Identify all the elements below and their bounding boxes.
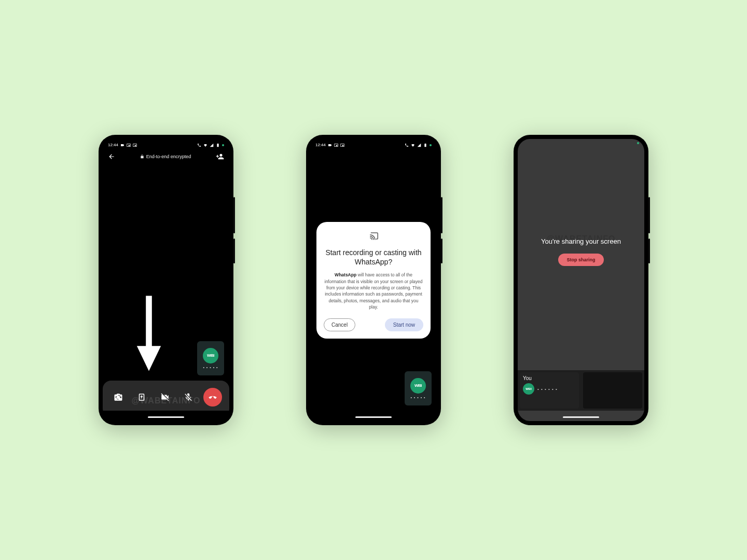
dialog-title: Start recording or casting with WhatsApp… bbox=[324, 248, 423, 267]
avatar-badge: WBI bbox=[523, 383, 534, 395]
signal-icon bbox=[210, 143, 214, 147]
dialog-body-text: will have access to all of the informati… bbox=[325, 272, 423, 310]
picture-in-picture-icon bbox=[340, 143, 344, 147]
start-now-button[interactable]: Start now bbox=[385, 318, 423, 331]
status-dot-icon bbox=[430, 144, 432, 146]
end-call-button[interactable] bbox=[203, 388, 222, 407]
privacy-indicator-dot bbox=[637, 142, 639, 144]
phone-screen: 12:44 WBI • • • • • Start recording or c… bbox=[310, 139, 437, 421]
picture-in-picture-icon bbox=[133, 143, 137, 147]
phone-side-button bbox=[233, 239, 235, 263]
encryption-label: End-to-end encrypted bbox=[146, 154, 191, 159]
picture-in-picture-icon bbox=[127, 143, 131, 147]
avatar-badge: WBI bbox=[410, 378, 426, 394]
phone-side-button bbox=[441, 239, 442, 263]
screen-share-status: You're sharing your screen Stop sharing bbox=[518, 237, 644, 266]
participant-strip: You WBI • • • • • • bbox=[518, 370, 644, 411]
watermark-text: @WABETAINFO bbox=[132, 396, 201, 405]
gesture-bar bbox=[355, 416, 392, 418]
phone-icon bbox=[405, 143, 409, 147]
participant-name-dots: • • • • • • bbox=[537, 387, 558, 391]
participant-remote-tile[interactable] bbox=[583, 372, 642, 409]
lock-icon bbox=[140, 155, 144, 159]
stop-sharing-button[interactable]: Stop sharing bbox=[558, 254, 603, 266]
pip-name-dots: • • • • • bbox=[203, 366, 218, 369]
status-bar: 12:44 bbox=[310, 139, 437, 149]
participant-self-tile[interactable]: You WBI • • • • • • bbox=[520, 372, 579, 409]
gesture-bar bbox=[148, 416, 184, 418]
phone-mockup-2: 12:44 WBI • • • • • Start recording or c… bbox=[306, 135, 441, 425]
phone-side-button bbox=[441, 197, 442, 233]
add-participant-icon[interactable] bbox=[216, 152, 224, 161]
encryption-indicator: End-to-end encrypted bbox=[140, 154, 191, 159]
sharing-message: You're sharing your screen bbox=[518, 237, 644, 245]
status-time: 12:44 bbox=[108, 143, 118, 147]
videocam-icon bbox=[120, 143, 125, 147]
avatar-badge: WBI bbox=[203, 348, 218, 363]
phone-side-button bbox=[233, 197, 235, 233]
battery-icon bbox=[216, 143, 220, 147]
dialog-actions: Cancel Start now bbox=[324, 318, 423, 331]
phone-icon bbox=[197, 143, 201, 147]
permission-dialog: Start recording or casting with WhatsApp… bbox=[316, 222, 431, 339]
phone-mockup-1: 12:44 End-to-end encrypted WBI bbox=[99, 135, 233, 425]
self-video-pip[interactable]: WBI • • • • • bbox=[405, 371, 432, 405]
phone-screen: 12:44 End-to-end encrypted WBI bbox=[103, 139, 229, 421]
phone-mockup-3: @WABETAINFO You're sharing your screen S… bbox=[514, 135, 648, 425]
dialog-app-name: WhatsApp bbox=[335, 272, 356, 277]
signal-icon bbox=[417, 143, 421, 147]
status-bar: 12:44 bbox=[103, 139, 229, 149]
back-arrow-icon[interactable] bbox=[108, 153, 115, 160]
pip-name-dots: • • • • • bbox=[410, 396, 425, 399]
call-top-bar: End-to-end encrypted bbox=[103, 149, 229, 164]
dialog-body: WhatsApp will have access to all of the … bbox=[324, 272, 423, 310]
battery-icon bbox=[423, 143, 427, 147]
phone-side-button bbox=[648, 197, 650, 233]
self-video-pip[interactable]: WBI • • • • • bbox=[197, 341, 224, 375]
status-dot-icon bbox=[222, 144, 224, 146]
videocam-icon bbox=[328, 143, 332, 147]
cast-icon bbox=[369, 231, 378, 241]
call-controls-bar bbox=[103, 381, 229, 411]
phone-screen: @WABETAINFO You're sharing your screen S… bbox=[518, 139, 644, 421]
wifi-icon bbox=[203, 143, 208, 147]
flip-camera-button[interactable] bbox=[110, 389, 127, 405]
cancel-button[interactable]: Cancel bbox=[324, 318, 355, 331]
arrow-pointer-icon bbox=[134, 295, 164, 372]
picture-in-picture-icon bbox=[334, 143, 338, 147]
gesture-bar bbox=[563, 416, 599, 418]
participant-label: You bbox=[523, 375, 576, 381]
wifi-icon bbox=[411, 143, 415, 147]
status-time: 12:44 bbox=[315, 143, 326, 147]
phone-side-button bbox=[648, 239, 650, 263]
